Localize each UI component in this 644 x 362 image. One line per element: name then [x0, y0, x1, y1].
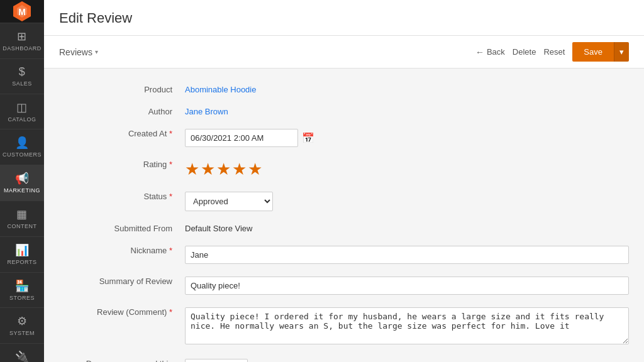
recommend-value: Yes No	[185, 355, 629, 362]
reports-icon: 📊	[15, 243, 30, 257]
logo: M	[0, 0, 44, 23]
author-label: Author	[59, 103, 185, 116]
product-label: Product	[59, 81, 185, 94]
product-value: Abominable Hoodie	[185, 81, 629, 94]
recommend-select[interactable]: Yes No	[185, 359, 248, 362]
reviews-dropdown[interactable]: Reviews ▾	[59, 47, 98, 57]
catalog-icon: ◫	[16, 101, 28, 114]
save-dropdown-button[interactable]: ▾	[614, 42, 629, 62]
rating-row: Rating ★★★★★	[59, 156, 629, 179]
created-at-input[interactable]	[185, 129, 298, 147]
nickname-row: Nickname	[59, 242, 629, 264]
back-button[interactable]: ← Back	[475, 47, 505, 57]
rating-label: Rating	[59, 156, 185, 169]
sidebar-item-system[interactable]: ⚙ System	[0, 307, 44, 343]
toolbar-right: ← Back Delete Reset Save ▾	[475, 42, 629, 62]
sidebar-label-sales: Sales	[12, 80, 32, 87]
svg-text:M: M	[18, 7, 26, 17]
system-icon: ⚙	[17, 314, 28, 328]
submitted-from-label: Submitted From	[59, 220, 185, 233]
recommend-row: Do you recommend this product? Yes No	[59, 355, 629, 362]
sidebar-label-marketing: Marketing	[4, 187, 40, 194]
sidebar-item-marketing[interactable]: 📢 Marketing	[0, 165, 44, 200]
status-value: Approved Pending Not Approved	[185, 188, 629, 211]
page-title: Edit Review	[59, 10, 629, 26]
review-comment-row: Review (Comment) Quality piece! I ordere…	[59, 304, 629, 346]
back-arrow-icon: ←	[475, 47, 484, 57]
status-label: Status	[59, 188, 185, 201]
reset-button[interactable]: Reset	[543, 47, 565, 57]
created-at-value: 📅	[185, 125, 629, 147]
product-link[interactable]: Abominable Hoodie	[185, 85, 256, 94]
submitted-from-row: Submitted From Default Store View	[59, 220, 629, 233]
content-icon: ▦	[16, 207, 28, 221]
summary-label: Summary of Review	[59, 273, 185, 286]
status-select[interactable]: Approved Pending Not Approved	[185, 192, 273, 211]
review-comment-label: Review (Comment)	[59, 304, 185, 317]
created-at-row: Created At 📅	[59, 125, 629, 147]
summary-row: Summary of Review	[59, 273, 629, 295]
save-button[interactable]: Save	[572, 42, 614, 62]
summary-input[interactable]	[185, 277, 629, 295]
sales-icon: $	[19, 65, 26, 79]
product-row: Product Abominable Hoodie	[59, 81, 629, 94]
sidebar-item-sales[interactable]: $ Sales	[0, 58, 44, 94]
nickname-label: Nickname	[59, 242, 185, 255]
save-dropdown-arrow-icon: ▾	[619, 47, 624, 57]
sidebar-label-customers: Customers	[3, 151, 42, 158]
toolbar-left: Reviews ▾	[59, 47, 98, 57]
customers-icon: 👤	[15, 136, 30, 150]
sidebar-item-content[interactable]: ▦ Content	[0, 200, 44, 236]
save-button-group: Save ▾	[572, 42, 629, 62]
back-button-label: Back	[487, 47, 505, 57]
star-rating[interactable]: ★★★★★	[185, 160, 264, 178]
stores-icon: 🏪	[15, 279, 30, 293]
sidebar-label-stores: Stores	[9, 295, 35, 302]
form-area: Product Abominable Hoodie Author Jane Br…	[44, 69, 644, 362]
reviews-dropdown-label: Reviews	[59, 47, 92, 57]
sidebar-item-reports[interactable]: 📊 Reports	[0, 236, 44, 272]
created-at-label: Created At	[59, 125, 185, 138]
sidebar-item-stores[interactable]: 🏪 Stores	[0, 272, 44, 308]
delete-button[interactable]: Delete	[513, 47, 536, 57]
nickname-value	[185, 242, 629, 264]
sidebar-item-find-partners[interactable]: 🔌 Find Partners & Extensions	[0, 343, 44, 362]
author-value: Jane Brown	[185, 103, 629, 116]
main-content: Edit Review Reviews ▾ ← Back Delete Rese…	[44, 0, 644, 362]
recommend-label: Do you recommend this product?	[59, 355, 185, 362]
sidebar-label-reports: Reports	[8, 259, 37, 266]
author-link[interactable]: Jane Brown	[185, 107, 228, 116]
chevron-down-icon: ▾	[95, 48, 98, 55]
calendar-icon[interactable]: 📅	[302, 132, 314, 144]
summary-value	[185, 273, 629, 295]
marketing-icon: 📢	[15, 172, 30, 185]
review-comment-textarea[interactable]: Quality piece! I ordered it for my husba…	[185, 307, 629, 344]
toolbar: Reviews ▾ ← Back Delete Reset Save ▾	[44, 36, 644, 69]
submitted-from-value: Default Store View	[185, 220, 629, 233]
nickname-input[interactable]	[185, 246, 629, 264]
sidebar-label-dashboard: Dashboard	[3, 45, 42, 52]
sidebar-item-customers[interactable]: 👤 Customers	[0, 129, 44, 165]
sidebar: M ⊞ Dashboard $ Sales ◫ Catalog 👤 Custom…	[0, 0, 44, 362]
sidebar-item-catalog[interactable]: ◫ Catalog	[0, 94, 44, 129]
sidebar-label-system: System	[9, 330, 35, 337]
find-partners-icon: 🔌	[15, 350, 30, 362]
rating-value: ★★★★★	[185, 156, 629, 179]
review-comment-value: Quality piece! I ordered it for my husba…	[185, 304, 629, 346]
date-input-group: 📅	[185, 129, 629, 147]
page-header: Edit Review	[44, 0, 644, 36]
dashboard-icon: ⊞	[17, 30, 27, 43]
sidebar-label-content: Content	[8, 223, 37, 230]
sidebar-item-dashboard[interactable]: ⊞ Dashboard	[0, 23, 44, 58]
author-row: Author Jane Brown	[59, 103, 629, 116]
sidebar-label-catalog: Catalog	[8, 116, 36, 123]
status-row: Status Approved Pending Not Approved	[59, 188, 629, 211]
